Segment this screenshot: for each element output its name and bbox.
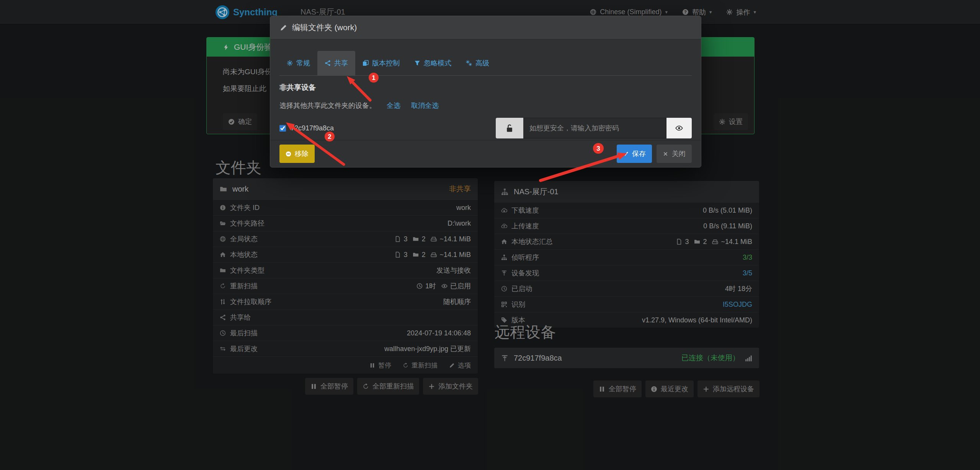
minus-circle-icon [286,151,291,157]
tab-5[interactable]: 高级 [459,51,497,75]
show-password-button[interactable] [666,118,692,138]
select-all-link[interactable]: 全选 [387,101,400,110]
tab-label: 常规 [296,59,310,68]
lock-open-icon [496,118,523,138]
gear-icon [287,60,293,66]
device-id-text: 72c917f9a8ca [291,124,334,132]
close-button[interactable]: 关闭 [657,145,692,163]
x-icon [663,151,668,157]
pencil-icon [280,24,287,31]
tab-label: 忽略模式 [424,59,451,68]
share-icon [325,60,331,66]
check-icon [623,151,629,157]
modal-title: 编辑文件夹 (work) [292,22,357,33]
modal-header: 编辑文件夹 (work) [270,16,701,39]
syncthing-app: Syncthing NAS-展厅-01 Chinese (Simplified)… [0,0,980,470]
unshared-devices-heading: 非共享设备 [279,83,692,93]
tab-label: 共享 [334,59,348,68]
modal-footer: 移除 保存 关闭 [270,140,701,167]
tab-label: 版本控制 [372,59,400,68]
device-share-row: 72c917f9a8ca [279,118,692,138]
tab-label: 高级 [475,59,489,68]
tab-3[interactable]: 版本控制 [355,51,407,75]
tab-2[interactable]: 共享 [317,51,355,75]
device-checkbox[interactable] [279,125,286,132]
remove-button[interactable]: 移除 [279,145,315,163]
password-input-group [496,118,692,138]
deselect-all-link[interactable]: 取消全选 [411,101,439,110]
tab-1[interactable]: 常规 [279,51,317,75]
share-description: 选择其他共享此文件夹的设备。 [279,101,376,110]
encryption-password-input[interactable] [523,118,666,138]
copy-icon [363,60,369,66]
modal-tabs: 常规共享版本控制忽略模式高级 [279,51,692,76]
gears-icon [466,60,472,66]
save-button[interactable]: 保存 [617,145,652,163]
modal-body: 非共享设备 选择其他共享此文件夹的设备。 全选 取消全选 72c917f9a8c… [270,76,701,138]
eye-icon [675,124,683,132]
edit-folder-modal: 编辑文件夹 (work) 常规共享版本控制忽略模式高级 非共享设备 选择其他共享… [270,16,701,168]
filter-icon [414,60,420,66]
share-description-row: 选择其他共享此文件夹的设备。 全选 取消全选 [279,101,692,110]
device-checkbox-label[interactable]: 72c917f9a8ca [279,124,334,132]
tab-4[interactable]: 忽略模式 [407,51,459,75]
